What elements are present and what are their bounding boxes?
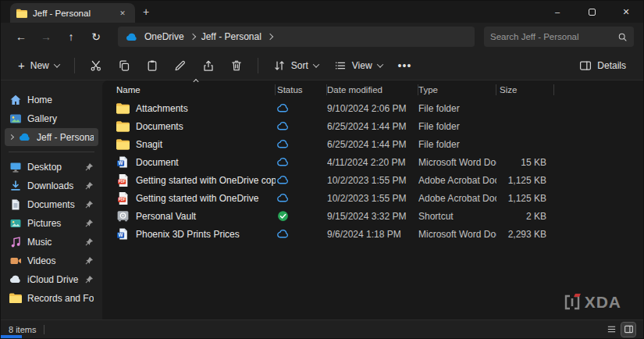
cloud-status-icon (277, 120, 289, 132)
command-bar: + New Sort View (1, 51, 643, 80)
file-row-document[interactable]: W Document 4/11/2024 2:20 PM Microsoft W… (102, 153, 643, 171)
name-cell: Snagit (116, 137, 276, 151)
more-options-icon: ••• (398, 59, 412, 72)
details-button[interactable]: Details (573, 54, 632, 77)
sidebar-item-pictures[interactable]: Pictures (5, 214, 98, 232)
desktop-icon (9, 161, 22, 173)
new-button[interactable]: + New (12, 54, 66, 77)
date-modified: 4/11/2024 2:20 PM (327, 157, 418, 168)
chevron-down-icon (376, 61, 382, 67)
file-row-phoenix-prices[interactable]: W Phoenix 3D Prints Prices 9/6/2024 1:18… (102, 225, 643, 243)
xda-watermark-text: XDA (585, 293, 621, 312)
sidebar-item-videos[interactable]: Videos (5, 252, 98, 269)
details-view-icon (624, 324, 634, 334)
rename-button[interactable] (168, 54, 193, 77)
file-row-attachments[interactable]: Attachments 9/10/2024 2:06 PM File folde… (102, 99, 643, 117)
view-button[interactable]: View (328, 54, 389, 77)
paste-button[interactable] (140, 54, 165, 77)
sidebar-item-records[interactable]: Records and For (5, 289, 98, 307)
file-row-snagit[interactable]: Snagit 6/25/2024 1:44 PM File folder (102, 135, 643, 153)
icloud-icon (9, 275, 22, 284)
pin-icon (85, 181, 94, 190)
videos-icon (9, 255, 22, 267)
file-row-getting-started[interactable]: PDF Getting started with OneDrive 10/2/2… (102, 189, 643, 207)
breadcrumb-chevron-icon[interactable] (267, 34, 273, 40)
toolbar-separator (74, 58, 75, 73)
sidebar-item-icloud-drive[interactable]: iCloud Drive (5, 270, 98, 288)
sidebar-item-downloads[interactable]: Downloads (5, 177, 98, 194)
sidebar-item-documents[interactable]: Documents (5, 195, 98, 213)
maximize-button[interactable] (575, 1, 609, 23)
sidebar-item-label: Gallery (27, 113, 94, 124)
title-bar: Jeff - Personal ✕ + – ✕ (1, 1, 643, 23)
view-toggles (604, 323, 635, 337)
cut-button[interactable] (84, 54, 109, 77)
sort-button-label: Sort (291, 60, 308, 71)
name-cell: W Phoenix 3D Prints Prices (116, 227, 276, 241)
minimize-button[interactable]: – (540, 1, 575, 23)
sidebar-item-home[interactable]: Home (5, 91, 98, 109)
close-button[interactable]: ✕ (609, 1, 643, 23)
share-button[interactable] (196, 54, 221, 77)
tab-close-button[interactable]: ✕ (116, 7, 129, 20)
file-name: Getting started with OneDrive (136, 193, 258, 204)
file-row-getting-started-copy[interactable]: PDF Getting started with OneDrive copy 1… (102, 171, 643, 189)
downloads-icon (9, 180, 22, 192)
file-type: Microsoft Word Doc... (418, 157, 496, 168)
xda-logo-icon (564, 294, 581, 311)
cloud-status-icon (277, 228, 289, 240)
sidebar-item-music[interactable]: Music (5, 233, 98, 251)
column-header-date-modified[interactable]: Date modified (327, 80, 418, 99)
column-header-type[interactable]: Type (418, 80, 496, 99)
file-name: Phoenix 3D Prints Prices (136, 229, 240, 240)
sort-button[interactable]: Sort (267, 54, 325, 77)
sidebar-item-label: iCloud Drive (27, 274, 80, 285)
onedrive-cloud-icon (19, 133, 31, 141)
name-cell: Attachments (116, 102, 276, 115)
file-row-documents[interactable]: Documents 6/25/2024 1:44 PM File folder (102, 117, 643, 135)
breadcrumb-jeff-personal[interactable]: Jeff - Personal (201, 31, 262, 42)
new-tab-button[interactable]: + (135, 1, 157, 23)
file-size: 2 KB (496, 211, 554, 222)
pin-icon (85, 200, 94, 209)
breadcrumb-chevron-icon[interactable] (189, 34, 195, 40)
copy-button[interactable] (112, 54, 137, 77)
up-button[interactable]: ↑ (60, 27, 82, 47)
breadcrumb-onedrive[interactable]: OneDrive (144, 31, 184, 42)
pin-icon (85, 219, 94, 227)
sidebar-item-jeff-personal[interactable]: Jeff - Personal (5, 128, 98, 146)
file-type: File folder (418, 139, 496, 150)
forward-button[interactable]: → (35, 27, 57, 47)
column-header-size[interactable]: Size (496, 80, 554, 99)
name-cell: PDF Getting started with OneDrive (116, 191, 276, 205)
name-cell: Documents (116, 120, 276, 133)
details-view-toggle[interactable] (621, 323, 635, 337)
more-options-button[interactable]: ••• (392, 54, 418, 77)
file-name: Attachments (136, 103, 188, 114)
sort-ascending-icon (193, 79, 198, 84)
cloud-status-icon (277, 102, 289, 114)
name-cell: W Document (116, 155, 276, 169)
sidebar-item-label: Documents (27, 199, 80, 210)
sidebar-item-gallery[interactable]: Gallery (5, 109, 98, 127)
list-view-toggle[interactable] (604, 323, 618, 337)
plus-icon: + (18, 59, 25, 71)
synced-status-icon (277, 210, 289, 222)
file-type: Microsoft Word Doc... (418, 229, 496, 240)
file-type: Shortcut (418, 211, 496, 222)
explorer-tab[interactable]: Jeff - Personal ✕ (10, 3, 135, 23)
search-input[interactable] (490, 32, 613, 41)
column-header-name[interactable]: Name (116, 80, 276, 99)
sidebar-item-desktop[interactable]: Desktop (5, 158, 98, 176)
file-row-personal-vault[interactable]: Personal Vault 9/15/2024 3:32 PM Shortcu… (102, 207, 643, 225)
rename-icon (174, 59, 187, 72)
expand-chevron-icon[interactable] (9, 134, 14, 140)
column-header-label: Date modified (327, 85, 382, 95)
back-button[interactable]: ← (10, 27, 32, 47)
delete-button[interactable] (224, 54, 249, 77)
cloud-status-icon (277, 156, 289, 168)
maximize-icon (589, 9, 596, 16)
refresh-button[interactable]: ↻ (85, 27, 107, 47)
column-header-status[interactable]: Status (276, 80, 327, 99)
pictures-icon (9, 217, 22, 230)
